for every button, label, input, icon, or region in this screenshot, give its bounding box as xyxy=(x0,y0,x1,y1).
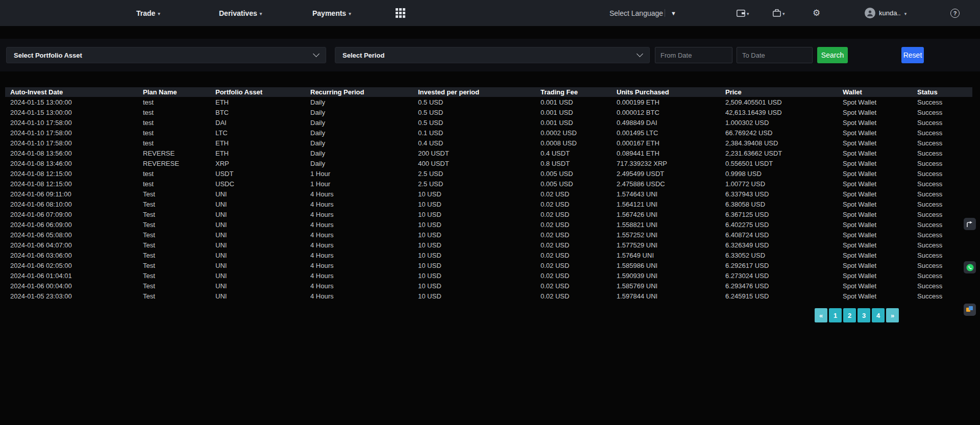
table-cell: 2024-01-10 17:58:00 xyxy=(5,128,138,138)
table-row: 2024-01-06 09:11:00TestUNI4 Hours10 USD0… xyxy=(5,189,972,199)
settings-gear-icon[interactable]: ⚙ xyxy=(813,0,820,26)
table-row: 2024-01-06 01:04:01TestUNI4 Hours10 USD0… xyxy=(5,270,972,281)
table-cell: Success xyxy=(912,128,972,138)
table-cell: 2,509.405501 USD xyxy=(720,97,838,107)
chevron-down-icon: ▾ xyxy=(747,10,749,16)
pagination-page-3[interactable]: 3 xyxy=(857,308,870,322)
chevron-down-icon xyxy=(313,51,320,57)
table-cell: 0.8 USDT xyxy=(535,158,611,168)
grid-glyph xyxy=(396,8,405,18)
table-cell: UNI xyxy=(210,270,305,281)
table-cell: Spot Wallet xyxy=(838,117,912,128)
table-cell: 0.4 USD xyxy=(413,138,535,148)
nav-item-derivatives[interactable]: Derivatives▾ xyxy=(219,0,262,26)
table-cell: 1.558821 UNI xyxy=(611,219,720,230)
table-cell: 6.38058 USD xyxy=(720,199,838,209)
table-cell: Test xyxy=(138,230,210,240)
apps-grid-icon[interactable] xyxy=(394,7,406,19)
table-cell: 4 Hours xyxy=(305,260,413,270)
whatsapp-widget-icon[interactable] xyxy=(964,261,976,273)
table-cell: test xyxy=(138,117,210,128)
table-cell: 2024-01-06 00:04:00 xyxy=(5,281,138,291)
table-cell: 2024-01-05 23:03:00 xyxy=(5,291,138,301)
to-date-input[interactable] xyxy=(737,47,813,63)
table-cell: 6.402275 USD xyxy=(720,219,838,230)
table-row: 2024-01-06 03:06:00TestUNI4 Hours10 USD0… xyxy=(5,250,972,260)
table-cell: 1.577529 UNI xyxy=(611,240,720,250)
table-cell: 6.292617 USD xyxy=(720,260,838,270)
from-date-input[interactable] xyxy=(655,47,732,63)
column-header: Status xyxy=(912,87,972,97)
help-icon[interactable]: ? xyxy=(950,9,960,18)
nav-item-trade[interactable]: Trade▾ xyxy=(136,0,160,26)
table-cell: 1.585769 UNI xyxy=(611,281,720,291)
table-cell: Spot Wallet xyxy=(838,270,912,281)
orders-menu[interactable]: ▾ xyxy=(773,0,785,26)
table-cell: 0.4 USDT xyxy=(535,148,611,158)
pagination: «1234» xyxy=(815,308,899,322)
table-cell: 4 Hours xyxy=(305,240,413,250)
table-cell: 4 Hours xyxy=(305,209,413,219)
table-cell: 2024-01-06 03:06:00 xyxy=(5,250,138,260)
reset-button[interactable]: Reset xyxy=(901,47,924,63)
table-row: 2024-01-15 13:00:00testBTCDaily0.5 USD0.… xyxy=(5,107,972,117)
table-cell: Success xyxy=(912,117,972,128)
table-cell: BTC xyxy=(210,107,305,117)
table-row: 2024-01-06 02:05:00TestUNI4 Hours10 USD0… xyxy=(5,260,972,270)
table-cell: ETH xyxy=(210,148,305,158)
table-cell: 4 Hours xyxy=(305,270,413,281)
column-header: Invested per period xyxy=(413,87,535,97)
avatar xyxy=(865,8,875,18)
table-cell: 10 USD xyxy=(413,250,535,260)
table-cell: Daily xyxy=(305,107,413,117)
table-cell: 10 USD xyxy=(413,240,535,250)
table-cell: 4 Hours xyxy=(305,230,413,240)
share-arrow-icon xyxy=(967,221,973,228)
table-cell: Spot Wallet xyxy=(838,158,912,168)
portfolio-asset-select[interactable]: Select Portfolio Asset xyxy=(6,47,326,63)
table-cell: 2024-01-06 01:04:01 xyxy=(5,270,138,281)
pagination-page-4[interactable]: 4 xyxy=(872,308,885,322)
table-cell: UNI xyxy=(210,250,305,260)
table-cell: Spot Wallet xyxy=(838,230,912,240)
column-header: Trading Fee xyxy=(535,87,611,97)
divider xyxy=(665,9,665,17)
search-button[interactable]: Search xyxy=(817,47,848,63)
support-widget-icon[interactable] xyxy=(964,304,976,316)
table-cell: 0.9998 USD xyxy=(720,168,838,179)
table-cell: 1.557252 UNI xyxy=(611,230,720,240)
wallet-menu[interactable]: ▾ xyxy=(737,0,749,26)
table-cell: Spot Wallet xyxy=(838,128,912,138)
table-cell: 0.5 USD xyxy=(413,107,535,117)
table-cell: Success xyxy=(912,148,972,158)
pagination-next[interactable]: » xyxy=(886,308,899,322)
share-widget-icon[interactable] xyxy=(964,218,976,230)
table-cell: 2024-01-08 13:56:00 xyxy=(5,148,138,158)
language-caret-icon[interactable]: ▼ xyxy=(671,0,676,26)
table-cell: 0.089441 ETH xyxy=(611,148,720,158)
period-select[interactable]: Select Period xyxy=(335,47,650,63)
table-cell: Daily xyxy=(305,128,413,138)
table-cell: Test xyxy=(138,209,210,219)
language-selector[interactable]: Select Language xyxy=(609,0,663,26)
table-cell: 2,231.63662 USDT xyxy=(720,148,838,158)
table-cell: Spot Wallet xyxy=(838,107,912,117)
table-cell: Success xyxy=(912,270,972,281)
table-cell: Test xyxy=(138,270,210,281)
table-row: 2024-01-05 23:03:00TestUNI4 Hours10 USD0… xyxy=(5,291,972,301)
table-cell: 0.02 USD xyxy=(535,209,611,219)
table-cell: 1.574643 UNI xyxy=(611,189,720,199)
table-cell: Spot Wallet xyxy=(838,281,912,291)
table-cell: Success xyxy=(912,138,972,148)
wallet-icon xyxy=(737,10,745,17)
nav-item-payments[interactable]: Payments▾ xyxy=(312,0,351,26)
user-menu[interactable]: kunda.. ▾ xyxy=(865,0,906,26)
table-cell: REVERESE xyxy=(138,158,210,168)
table-cell: USDT xyxy=(210,168,305,179)
pagination-page-1[interactable]: 1 xyxy=(829,308,842,322)
table-cell: 400 USDT xyxy=(413,158,535,168)
table-cell: 0.5 USD xyxy=(413,97,535,107)
pagination-prev[interactable]: « xyxy=(815,308,827,322)
table-cell: Test xyxy=(138,219,210,230)
pagination-page-2[interactable]: 2 xyxy=(843,308,856,322)
